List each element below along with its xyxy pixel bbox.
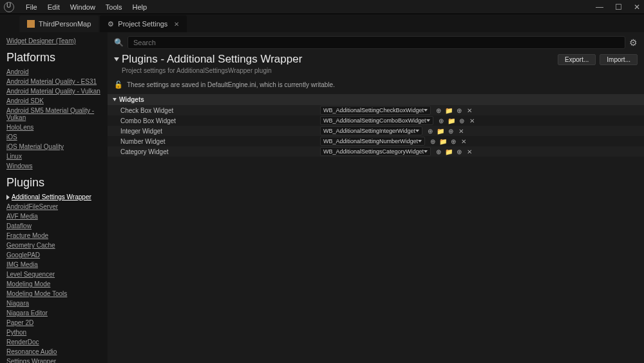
class-picker-dropdown[interactable]: WB_AdditionalSettingsCategoryWidget xyxy=(320,147,431,156)
tab-close-icon[interactable]: ✕ xyxy=(174,21,179,28)
chevron-down-icon xyxy=(424,150,428,153)
menu-window[interactable]: Window xyxy=(65,3,100,11)
clear-icon[interactable]: ✕ xyxy=(457,127,465,135)
dropdown-value: WB_AdditionalSettingComboBoxWidget xyxy=(323,117,426,124)
titlebar: File Edit Window Tools Help — ☐ ✕ xyxy=(0,0,644,14)
browse-icon[interactable]: 📁 xyxy=(448,117,455,124)
use-selected-icon[interactable]: ⊕ xyxy=(437,117,445,124)
tab-thirdpersonmap[interactable]: ThirdPersonMap xyxy=(19,15,99,32)
sidebar-item[interactable]: Level Sequencer xyxy=(6,270,108,279)
maximize-icon[interactable]: ☐ xyxy=(615,3,622,12)
sidebar-item[interactable]: Android xyxy=(6,67,108,77)
sidebar-item[interactable]: Linux xyxy=(6,152,108,161)
sidebar-item[interactable]: Android SM5 Material Quality - Vulkan xyxy=(6,106,108,123)
sidebar-item[interactable]: RenderDoc xyxy=(6,337,108,347)
unlock-icon: 🔓 xyxy=(114,81,123,89)
tab-bar: ThirdPersonMap ⚙ Project Settings ✕ xyxy=(0,14,644,32)
browse-icon[interactable]: 📁 xyxy=(445,106,453,114)
menu-edit[interactable]: Edit xyxy=(43,3,65,11)
sidebar-item[interactable]: AndroidFileServer xyxy=(6,202,108,211)
clear-icon[interactable]: ✕ xyxy=(468,117,476,124)
sidebar-item[interactable]: Resonance Audio xyxy=(6,347,108,357)
sidebar[interactable]: Widget Designer (Team) Platforms Android… xyxy=(0,32,108,363)
sidebar-item[interactable]: Modeling Mode xyxy=(6,279,108,289)
export-button[interactable]: Export... xyxy=(558,54,596,65)
sidebar-item[interactable]: Niagara xyxy=(6,299,108,308)
sidebar-item[interactable]: HoloLens xyxy=(6,123,108,132)
clear-icon[interactable]: ✕ xyxy=(466,106,473,114)
property-row: Category WidgetWB_AdditionalSettingsCate… xyxy=(108,146,644,157)
property-label: Number Widget xyxy=(120,138,320,145)
property-label: Category Widget xyxy=(120,148,320,155)
property-label: Integer Widget xyxy=(120,128,320,135)
sidebar-item[interactable]: Niagara Editor xyxy=(6,308,108,318)
dropdown-value: WB_AdditionalSettingCheckBoxWidget xyxy=(323,107,424,113)
use-selected-icon[interactable]: ⊕ xyxy=(435,106,442,114)
property-row: Combo Box WidgetWB_AdditionalSettingComb… xyxy=(108,115,644,126)
sidebar-item[interactable]: Settings Wrapper xyxy=(6,357,108,363)
sidebar-item[interactable]: Dataflow xyxy=(6,221,108,231)
sidebar-item[interactable]: Modeling Mode Tools xyxy=(6,289,108,299)
property-row: Number WidgetWB_AdditionalSettingNumberW… xyxy=(108,136,644,146)
class-picker-dropdown[interactable]: WB_AdditionalSettingIntegerWidget xyxy=(320,126,422,135)
browse-icon[interactable]: 📁 xyxy=(445,148,453,155)
category-name: Widgets xyxy=(119,96,144,103)
sidebar-item[interactable]: iOS Material Quality xyxy=(6,142,108,152)
new-asset-icon[interactable]: ⊕ xyxy=(455,148,463,155)
dropdown-value: WB_AdditionalSettingIntegerWidget xyxy=(323,128,415,134)
search-icon: 🔍 xyxy=(114,38,124,47)
sidebar-plugins-group: Additional Settings WrapperAndroidFileSe… xyxy=(6,192,108,363)
sidebar-item[interactable]: GooglePAD xyxy=(6,250,108,260)
chevron-down-icon xyxy=(113,98,117,101)
sidebar-item[interactable]: Android Material Quality - Vulkan xyxy=(6,86,108,96)
new-asset-icon[interactable]: ⊕ xyxy=(455,106,463,114)
class-picker-dropdown[interactable]: WB_AdditionalSettingNumberWidget xyxy=(320,137,425,146)
sidebar-item[interactable]: Android Material Quality - ES31 xyxy=(6,77,108,86)
browse-icon[interactable]: 📁 xyxy=(437,127,444,135)
use-selected-icon[interactable]: ⊕ xyxy=(435,148,442,155)
category-header[interactable]: Widgets xyxy=(108,94,644,105)
close-icon[interactable]: ✕ xyxy=(634,3,640,12)
tab-project-settings[interactable]: ⚙ Project Settings ✕ xyxy=(100,15,187,32)
writable-notice: 🔓 These settings are saved in DefaultEng… xyxy=(108,78,644,94)
sidebar-item[interactable]: Python xyxy=(6,328,108,337)
dropdown-value: WB_AdditionalSettingNumberWidget xyxy=(323,138,418,144)
sidebar-link-widget-designer[interactable]: Widget Designer (Team) xyxy=(6,36,108,46)
sidebar-item[interactable]: Windows xyxy=(6,161,108,171)
page-title: Plugins - Additional Settings Wrapper xyxy=(114,53,302,66)
settings-gear-icon[interactable]: ⚙ xyxy=(629,37,638,48)
tab-label: Project Settings xyxy=(118,20,167,28)
minimize-icon[interactable]: — xyxy=(596,3,603,12)
search-input[interactable] xyxy=(128,36,625,49)
sidebar-item[interactable]: Additional Settings Wrapper xyxy=(6,192,108,202)
property-label: Check Box Widget xyxy=(120,107,320,114)
map-icon xyxy=(27,20,35,28)
sidebar-item[interactable]: Android SDK xyxy=(6,96,108,106)
page-subtitle: Project settings for AdditionalSettingsW… xyxy=(108,66,644,78)
clear-icon[interactable]: ✕ xyxy=(466,148,473,155)
sidebar-item[interactable]: Geometry Cache xyxy=(6,240,108,250)
property-rows: Check Box WidgetWB_AdditionalSettingChec… xyxy=(108,105,644,157)
expand-caret-icon[interactable] xyxy=(114,57,119,61)
sidebar-head-platforms: Platforms xyxy=(6,46,108,67)
new-asset-icon[interactable]: ⊕ xyxy=(447,127,455,135)
menu-tools[interactable]: Tools xyxy=(100,3,128,11)
class-picker-dropdown[interactable]: WB_AdditionalSettingComboBoxWidget xyxy=(320,116,433,125)
sidebar-item[interactable]: Paper 2D xyxy=(6,318,108,328)
class-picker-dropdown[interactable]: WB_AdditionalSettingCheckBoxWidget xyxy=(320,106,431,115)
sidebar-item[interactable]: Fracture Mode xyxy=(6,231,108,240)
use-selected-icon[interactable]: ⊕ xyxy=(426,127,434,135)
sidebar-item[interactable]: iOS xyxy=(6,132,108,142)
sidebar-item[interactable]: IMG Media xyxy=(6,260,108,270)
new-asset-icon[interactable]: ⊕ xyxy=(450,137,457,145)
use-selected-icon[interactable]: ⊕ xyxy=(429,137,437,145)
clear-icon[interactable]: ✕ xyxy=(460,137,468,145)
menu-help[interactable]: Help xyxy=(128,3,153,11)
new-asset-icon[interactable]: ⊕ xyxy=(458,117,466,124)
chevron-down-icon xyxy=(418,140,422,142)
browse-icon[interactable]: 📁 xyxy=(439,137,447,145)
content-panel: 🔍 ⚙ Plugins - Additional Settings Wrappe… xyxy=(108,32,644,363)
sidebar-item[interactable]: AVF Media xyxy=(6,211,108,221)
import-button[interactable]: Import... xyxy=(600,54,638,65)
menu-file[interactable]: File xyxy=(21,3,43,11)
